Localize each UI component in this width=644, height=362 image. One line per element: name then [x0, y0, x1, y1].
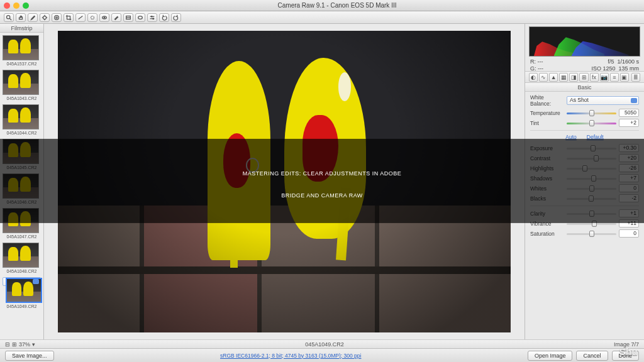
- whites-label: Whites: [530, 185, 564, 192]
- basic-controls: White Balance: As Shot Temperature 5050 …: [525, 92, 644, 339]
- status-bar: ⊟⊞37%▾ 045A1049.CR2 Image 7/7: [0, 339, 644, 348]
- panel-tabs: ◐ ∿ ▲ ▦ ◨ ⊞ fx 📷 ≡ ▣ ≣: [525, 72, 644, 83]
- tab-basic-icon[interactable]: ◐: [529, 73, 538, 82]
- graduated-filter-icon[interactable]: [123, 13, 133, 22]
- temperature-value[interactable]: 5050: [619, 109, 639, 117]
- app-window: Camera Raw 9.1 - Canon EOS 5D Mark III F…: [0, 0, 644, 362]
- panel-menu-icon[interactable]: ≣: [631, 73, 640, 82]
- shadows-value[interactable]: +7: [619, 174, 639, 182]
- wb-label: White Balance:: [530, 94, 564, 107]
- svg-line-1: [9, 18, 11, 20]
- vibrance-slider[interactable]: [567, 220, 616, 228]
- svg-point-12: [104, 17, 105, 18]
- tint-slider[interactable]: [567, 119, 616, 127]
- tab-snapshot-icon[interactable]: ▣: [620, 73, 629, 82]
- clarity-label: Clarity: [530, 211, 564, 217]
- saturation-slider[interactable]: [567, 230, 616, 238]
- toolbar: [0, 11, 644, 24]
- default-link[interactable]: Default: [587, 134, 604, 140]
- thumb-item[interactable]: 045A1537.CR2: [3, 35, 41, 66]
- filmstrip-thumbs[interactable]: 045A1537.CR2 045A1043.CR2 045A1044.CR2 0…: [0, 33, 43, 339]
- color-sampler-icon[interactable]: [40, 13, 50, 22]
- redeye-tool-icon[interactable]: [99, 13, 109, 22]
- highlights-slider[interactable]: [567, 165, 616, 172]
- histogram[interactable]: R: --- G: --- B: --- f/5 1/1600 s ISO 12…: [525, 24, 644, 72]
- svg-point-10: [91, 16, 94, 19]
- wb-select[interactable]: As Shot: [567, 96, 639, 105]
- hand-tool-icon[interactable]: [16, 13, 26, 22]
- svg-point-7: [55, 15, 59, 19]
- tint-value[interactable]: +2: [619, 119, 639, 127]
- tab-split-icon[interactable]: ◨: [569, 73, 578, 82]
- thumb-item[interactable]: 045A1047.CR2: [3, 208, 41, 239]
- temperature-slider[interactable]: [567, 109, 616, 117]
- main-body: Filmstrip 045A1537.CR2 045A1043.CR2 045A…: [0, 24, 644, 339]
- tab-hsl-icon[interactable]: ▦: [559, 73, 568, 82]
- thumb-item-selected[interactable]: 045A1049.CR2: [3, 277, 41, 286]
- blacks-value[interactable]: -2: [619, 194, 639, 202]
- thumb-item[interactable]: 045A1048.CR2: [3, 243, 41, 273]
- rotate-right-icon[interactable]: [171, 13, 181, 22]
- shadows-label: Shadows: [530, 175, 564, 182]
- thumb-item[interactable]: 045A1043.CR2: [3, 70, 41, 101]
- saturation-value[interactable]: 0: [619, 229, 639, 238]
- exposure-slider[interactable]: [567, 145, 616, 152]
- minimize-icon[interactable]: [13, 3, 19, 9]
- thumb-item[interactable]: 045A1046.CR2: [3, 173, 41, 204]
- clarity-slider[interactable]: [567, 210, 616, 217]
- filmstrip-header: Filmstrip: [0, 24, 43, 33]
- highlights-label: Highlights: [530, 165, 564, 172]
- exposure-label: Exposure: [530, 145, 564, 151]
- workflow-link[interactable]: sRGB IEC61966-2.1; 8 bit; 4745 by 3163 (…: [220, 353, 361, 359]
- target-adjust-icon[interactable]: [52, 13, 62, 22]
- crop-tool-icon[interactable]: [64, 13, 74, 22]
- rotate-left-icon[interactable]: [159, 13, 169, 22]
- vibrance-value[interactable]: +11: [619, 219, 639, 228]
- open-image-button[interactable]: Open Image: [528, 351, 573, 361]
- zoom-tool-icon[interactable]: [4, 13, 14, 22]
- zoom-icon[interactable]: [23, 3, 29, 9]
- adjustment-brush-icon[interactable]: [111, 13, 121, 22]
- eyedropper-icon[interactable]: [28, 13, 38, 22]
- preview-canvas[interactable]: [44, 24, 525, 339]
- panel-header: Basic: [525, 83, 644, 92]
- shadows-slider[interactable]: [567, 175, 616, 182]
- blacks-label: Blacks: [530, 195, 564, 202]
- footer: Save Image... sRGB IEC61966-2.1; 8 bit; …: [0, 348, 644, 362]
- whites-value[interactable]: 0: [619, 184, 639, 192]
- blacks-slider[interactable]: [567, 195, 616, 202]
- radial-filter-icon[interactable]: [135, 13, 145, 22]
- zoom-controls[interactable]: ⊟⊞37%▾: [5, 341, 35, 348]
- clarity-value[interactable]: +1: [619, 209, 639, 217]
- status-filename: 045A1049.CR2: [35, 341, 614, 348]
- contrast-label: Contrast: [530, 155, 564, 162]
- exposure-value[interactable]: +0.30: [619, 144, 639, 152]
- save-image-button[interactable]: Save Image...: [5, 351, 54, 361]
- watermark: Shu: [619, 346, 638, 357]
- vibrance-label: Vibrance: [530, 221, 564, 227]
- tab-calib-icon[interactable]: 📷: [600, 73, 609, 82]
- svg-point-2: [43, 16, 47, 19]
- preview-image: [58, 31, 511, 332]
- tab-curve-icon[interactable]: ∿: [539, 73, 548, 82]
- svg-point-8: [56, 16, 58, 18]
- whites-slider[interactable]: [567, 185, 616, 192]
- thumb-item[interactable]: 045A1045.CR2: [3, 139, 41, 170]
- contrast-slider[interactable]: [567, 155, 616, 162]
- tab-detail-icon[interactable]: ▲: [549, 73, 558, 82]
- cancel-button[interactable]: Cancel: [576, 351, 608, 361]
- tab-lens-icon[interactable]: ⊞: [579, 73, 588, 82]
- highlights-value[interactable]: -26: [619, 164, 639, 172]
- prefs-icon[interactable]: [147, 13, 157, 22]
- contrast-value[interactable]: +20: [619, 154, 639, 162]
- straighten-tool-icon[interactable]: [75, 13, 86, 22]
- tab-preset-icon[interactable]: ≡: [610, 73, 619, 82]
- auto-link[interactable]: Auto: [565, 134, 577, 140]
- traffic-lights: [4, 3, 29, 9]
- tab-fx-icon[interactable]: fx: [590, 73, 599, 82]
- close-icon[interactable]: [4, 3, 10, 9]
- thumb-item[interactable]: 045A1044.CR2: [3, 104, 41, 135]
- svg-point-18: [151, 16, 152, 17]
- spot-removal-icon[interactable]: [87, 13, 97, 22]
- temperature-label: Temperature: [530, 110, 564, 116]
